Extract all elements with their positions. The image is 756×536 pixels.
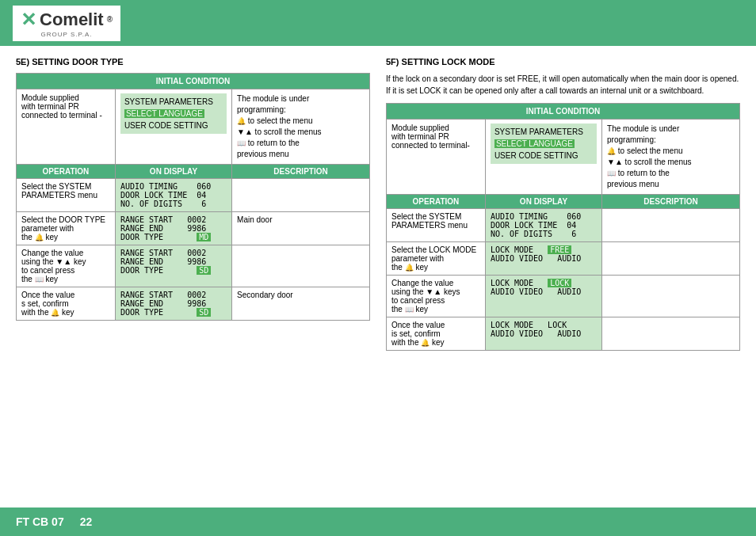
table-row: Once the value s set, confirm with the 🔔… xyxy=(17,287,370,321)
r-initial-display: SYSTEM PARAMETERS SELECT LANGUAGE USER C… xyxy=(485,120,601,195)
footer: FT CB 07 22 xyxy=(0,507,756,536)
r-sp-line3: USER CODE SETTING xyxy=(494,150,593,162)
r-disp-4: LOCK MODE LOCK AUDIO VIDEO AUDIO xyxy=(485,317,601,351)
r-desc-3 xyxy=(602,276,740,317)
r-desc-2 xyxy=(602,242,740,276)
r-initial-condition-header-row: INITIAL CONDITION xyxy=(387,104,740,120)
r-sp-line1: SYSTEM PARAMETERS xyxy=(494,126,593,138)
table-row: Change the value using the ▼▲ key to can… xyxy=(17,245,370,287)
footer-label: FT CB 07 xyxy=(16,515,64,528)
op-4: Once the value s set, confirm with the 🔔… xyxy=(17,287,116,321)
logo-text: ✕ Comelit® xyxy=(21,9,113,31)
left-section: 5E) SETTING DOOR TYPE INITIAL CONDITION … xyxy=(16,57,370,351)
r-system-params-display: SYSTEM PARAMETERS SELECT LANGUAGE USER C… xyxy=(491,124,597,164)
desc-2: Main door xyxy=(232,212,370,245)
logo-reg: ® xyxy=(107,15,113,24)
r-table-row: Select the LOCK MODE parameter with the … xyxy=(387,242,740,276)
logo-icon: ✕ xyxy=(21,9,36,31)
r-initial-condition-row: Module supplied with terminal PR connect… xyxy=(387,120,740,195)
initial-condition-label: INITIAL CONDITION xyxy=(17,74,370,89)
r-initial-desc: The module is under programming: 🔔 to se… xyxy=(602,120,740,195)
r-desc-1 xyxy=(602,209,740,242)
sp-line2: SELECT LANGUAGE xyxy=(124,108,223,120)
initial-condition-row: Module supplied with terminal PR connect… xyxy=(17,89,370,165)
initial-desc: The module is under programming: 🔔 to se… xyxy=(232,89,370,165)
r-col-header-row: OPERATION ON DISPLAY DESCRIPTION xyxy=(387,195,740,209)
r-sp-highlight-lang: SELECT LANGUAGE xyxy=(494,139,575,148)
disp-2: RANGE START 0002 RANGE END 9986 DOOR TYP… xyxy=(115,212,231,245)
right-table: INITIAL CONDITION Module supplied with t… xyxy=(386,103,740,351)
r-initial-module-text: Module supplied with terminal PR connect… xyxy=(387,120,486,195)
initial-display: SYSTEM PARAMETERS SELECT LANGUAGE USER C… xyxy=(115,89,231,165)
disp-1: AUDIO TIMING 060 DOOR LOCK TIME 04 NO. O… xyxy=(115,179,231,212)
initial-module-text: Module supplied with terminal PR connect… xyxy=(17,89,116,165)
initial-condition-header-row: INITIAL CONDITION xyxy=(17,74,370,89)
disp-3: RANGE START 0002 RANGE END 9986 DOOR TYP… xyxy=(115,245,231,287)
disp-2-highlight: MD xyxy=(197,233,211,241)
r-col-disp-label: ON DISPLAY xyxy=(485,195,601,209)
r-op-4: Once the value is set, confirm with the … xyxy=(387,317,486,351)
r-disp-2: LOCK MODE FREE AUDIO VIDEO AUDIO xyxy=(485,242,601,276)
right-section: 5F) SETTING LOCK MODE If the lock on a s… xyxy=(386,57,740,351)
col-desc-label: DESCRIPTION xyxy=(232,165,370,179)
right-intro: If the lock on a secondary door is set F… xyxy=(386,73,740,97)
logo-box: ✕ Comelit® GROUP S.P.A. xyxy=(13,6,120,41)
logo-sub: GROUP S.P.A. xyxy=(41,31,93,38)
r-disp-3: LOCK MODE LOCK AUDIO VIDEO AUDIO xyxy=(485,276,601,317)
op-1: Select the SYSTEM PARAMETERS menu xyxy=(17,179,116,212)
system-params-display: SYSTEM PARAMETERS SELECT LANGUAGE USER C… xyxy=(120,93,227,134)
footer-page: 22 xyxy=(80,515,93,528)
header: ✕ Comelit® GROUP S.P.A. xyxy=(0,0,756,46)
col-op-label: OPERATION xyxy=(17,165,116,179)
r-op-3: Change the value using the ▼▲ keys to ca… xyxy=(387,276,486,317)
table-row: Select the DOOR TYPE parameter with the … xyxy=(17,212,370,245)
col-header-row: OPERATION ON DISPLAY DESCRIPTION xyxy=(17,165,370,179)
r-disp-2-highlight: FREE xyxy=(548,245,571,254)
desc-4: Secondary door xyxy=(232,287,370,321)
r-table-row: Select the SYSTEM PARAMETERS menu AUDIO … xyxy=(387,209,740,242)
sp-highlight-lang: SELECT LANGUAGE xyxy=(124,109,204,118)
disp-4-highlight: SD xyxy=(197,308,211,317)
disp-3-highlight: SD xyxy=(197,266,211,275)
desc-1 xyxy=(232,179,370,212)
disp-4: RANGE START 0002 RANGE END 9986 DOOR TYP… xyxy=(115,287,231,321)
r-col-op-label: OPERATION xyxy=(387,195,486,209)
op-2: Select the DOOR TYPE parameter with the … xyxy=(17,212,116,245)
left-section-title: 5E) SETTING DOOR TYPE xyxy=(16,57,370,67)
r-disp-3-highlight: LOCK xyxy=(548,279,571,287)
table-row: Select the SYSTEM PARAMETERS menu AUDIO … xyxy=(17,179,370,212)
op-3: Change the value using the ▼▲ key to can… xyxy=(17,245,116,287)
sp-line3: USER CODE SETTING xyxy=(124,120,223,131)
r-initial-condition-label: INITIAL CONDITION xyxy=(387,104,740,120)
r-sp-line2: SELECT LANGUAGE xyxy=(494,138,593,150)
col-disp-label: ON DISPLAY xyxy=(115,165,231,179)
r-col-desc-label: DESCRIPTION xyxy=(602,195,740,209)
right-section-title: 5F) SETTING LOCK MODE xyxy=(386,57,740,67)
r-op-2: Select the LOCK MODE parameter with the … xyxy=(387,242,486,276)
main-content: 5E) SETTING DOOR TYPE INITIAL CONDITION … xyxy=(0,46,756,362)
left-table: INITIAL CONDITION Module supplied with t… xyxy=(16,73,370,321)
r-op-1: Select the SYSTEM PARAMETERS menu xyxy=(387,209,486,242)
logo-name: Comelit xyxy=(40,10,104,30)
r-table-row: Once the value is set, confirm with the … xyxy=(387,317,740,351)
r-table-row: Change the value using the ▼▲ keys to ca… xyxy=(387,276,740,317)
r-disp-1: AUDIO TIMING 060 DOOR LOCK TIME 04 NO. O… xyxy=(485,209,601,242)
desc-3 xyxy=(232,245,370,287)
sp-line1: SYSTEM PARAMETERS xyxy=(124,96,223,108)
r-desc-4 xyxy=(602,317,740,351)
